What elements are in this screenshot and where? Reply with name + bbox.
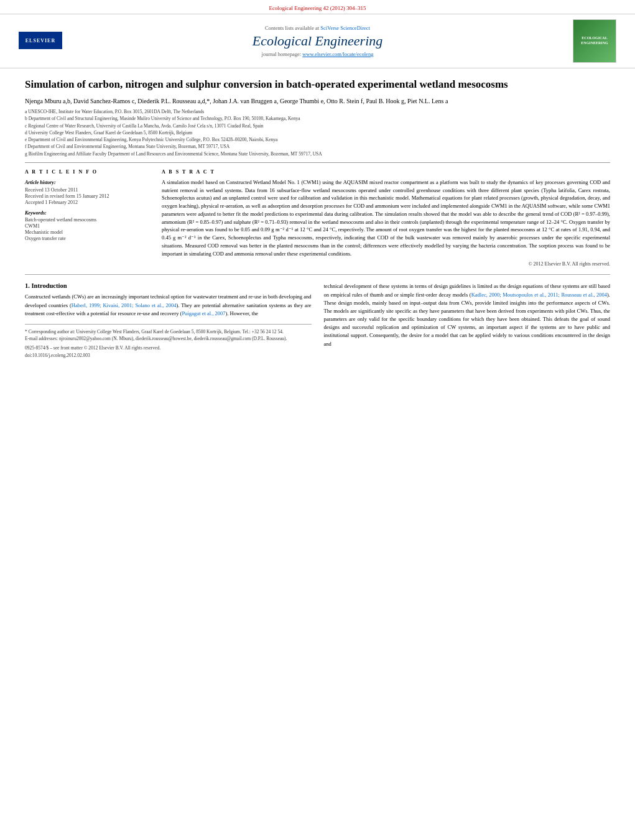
copyright: © 2012 Elsevier B.V. All rights reserved… <box>162 261 610 267</box>
journal-title-banner: Ecological Engineering <box>62 33 573 49</box>
article-info-title: A R T I C L E I N F O <box>25 169 149 175</box>
article-two-col: A R T I C L E I N F O Article history: R… <box>25 169 610 267</box>
sciverse-link[interactable]: SciVerse ScienceDirect <box>320 25 370 31</box>
ref-puigagut[interactable]: Puigagut et al., 2007 <box>182 310 225 316</box>
keyword-2: CWM1 <box>25 223 149 229</box>
affil-e: e Department of Civil and Environmental … <box>25 136 610 143</box>
cover-text: ECOLOGICALENGINEERING <box>581 36 608 46</box>
banner-center: Contents lists available at SciVerse Sci… <box>62 25 573 57</box>
accepted-date: Accepted 1 February 2012 <box>25 200 149 205</box>
section-divider <box>25 274 610 275</box>
affil-c: c Regional Centre of Water Research, Uni… <box>25 122 610 129</box>
affil-a: a UNESCO-IHE, Institute for Water Educat… <box>25 108 610 115</box>
separator <box>25 162 610 163</box>
journal-header: Ecological Engineering 42 (2012) 304–315 <box>0 0 635 14</box>
journal-cover-image: ECOLOGICALENGINEERING <box>573 19 616 63</box>
keyword-1: Batch-operated wetland mesocosms <box>25 217 149 223</box>
keyword-4: Oxygen transfer rate <box>25 236 149 241</box>
paper-title: Simulation of carbon, nitrogen and sulph… <box>25 78 610 91</box>
paper-body: Simulation of carbon, nitrogen and sulph… <box>0 68 635 368</box>
history-label: Article history: <box>25 180 149 185</box>
publisher-banner: ELSEVIER Contents lists available at Sci… <box>0 14 635 68</box>
elsevier-box: ELSEVIER <box>19 32 62 49</box>
received-date: Received 13 October 2011 <box>25 187 149 193</box>
footnote-doi: doi:10.1016/j.ecoleng.2012.02.003 <box>25 352 312 359</box>
intro-left-col: 1. Introduction Constructed wetlands (CW… <box>25 282 312 359</box>
intro-right-text: technical development of these systems i… <box>324 282 611 348</box>
affil-g: g Biofilm Engineering and Affiliate Facu… <box>25 150 610 157</box>
keywords-section: Keywords: Batch-operated wetland mesocos… <box>25 210 149 241</box>
footnote-issn: 0925-8574/$ – see front matter © 2012 El… <box>25 344 312 351</box>
authors: Njenga Mburu a,b, David Sanchez-Ramos c,… <box>25 98 610 104</box>
section-number: 1. <box>25 282 30 289</box>
keyword-3: Mechanistic model <box>25 229 149 235</box>
abstract-title: A B S T R A C T <box>162 169 610 175</box>
journal-citation: Ecological Engineering 42 (2012) 304–315 <box>269 5 366 11</box>
affil-b: b Department of Civil and Structural Eng… <box>25 115 610 122</box>
elsevier-logo: ELSEVIER <box>19 32 62 50</box>
intro-heading: 1. Introduction <box>25 282 312 289</box>
journal-homepage: journal homepage: www.elsevier.com/locat… <box>62 51 573 57</box>
affiliations: a UNESCO-IHE, Institute for Water Educat… <box>25 108 610 157</box>
revised-date: Received in revised form 15 January 2012 <box>25 193 149 199</box>
affil-d: d University College West Flanders, Graa… <box>25 129 610 136</box>
contents-line: Contents lists available at SciVerse Sci… <box>62 25 573 31</box>
footnote-section: * Corresponding author at: University Co… <box>25 324 312 359</box>
footnote-corresponding: * Corresponding author at: University Co… <box>25 328 312 335</box>
footnote-emails: E-mail addresses: njroinuru2002@yahoo.co… <box>25 335 312 342</box>
ref-kadlec[interactable]: Kadlec, 2000; Moutsopoulos et al., 2011;… <box>471 292 607 298</box>
intro-left-text: Constructed wetlands (CWs) are an increa… <box>25 293 312 318</box>
abstract-text: A simulation model based on Constructed … <box>162 178 610 258</box>
introduction-section: 1. Introduction Constructed wetlands (CW… <box>25 282 610 359</box>
section-title: Introduction <box>32 282 67 289</box>
article-info-panel: A R T I C L E I N F O Article history: R… <box>25 169 149 267</box>
affil-f: f Department of Civil and Environmental … <box>25 143 610 150</box>
intro-right-col: technical development of these systems i… <box>324 282 611 359</box>
abstract-panel: A B S T R A C T A simulation model based… <box>162 169 610 267</box>
ref-haberl[interactable]: Haberl, 1999; Kivaisi, 2001; Solano et a… <box>72 302 177 308</box>
keywords-label: Keywords: <box>25 210 149 216</box>
homepage-link[interactable]: www.elsevier.com/locate/ecoleng <box>302 51 373 57</box>
